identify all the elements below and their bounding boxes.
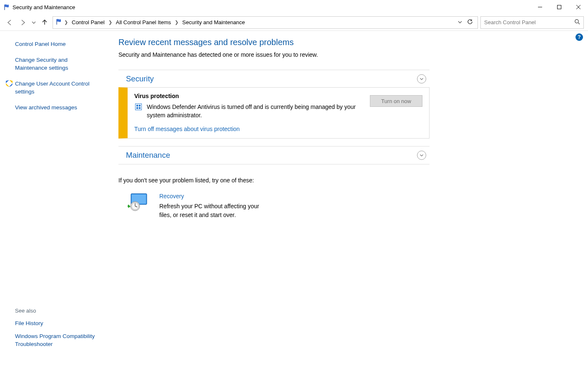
search-box[interactable] bbox=[480, 16, 584, 29]
back-button[interactable] bbox=[4, 17, 15, 28]
toolbar: ❯ Control Panel ❯ All Control Panel Item… bbox=[0, 14, 588, 31]
breadcrumb-item[interactable]: All Control Panel Items bbox=[114, 18, 173, 26]
sidebar-link-archived[interactable]: View archived messages bbox=[15, 103, 98, 112]
chevron-down-icon[interactable] bbox=[417, 74, 426, 83]
sidebar: Control Panel Home Change Security and M… bbox=[0, 31, 107, 366]
close-button[interactable] bbox=[569, 0, 588, 14]
maintenance-title: Maintenance bbox=[126, 151, 170, 160]
maximize-button[interactable] bbox=[550, 0, 569, 14]
recovery-desc: Refresh your PC without affecting your f… bbox=[159, 202, 259, 220]
section-maintenance: Maintenance bbox=[118, 146, 430, 164]
turn-on-now-button[interactable]: Turn on now bbox=[370, 95, 422, 107]
recovery-item: Recovery Refresh your PC without affecti… bbox=[127, 193, 430, 220]
flag-icon bbox=[3, 4, 10, 11]
chevron-right-icon[interactable]: ❯ bbox=[63, 20, 69, 25]
sidebar-link-uac-settings[interactable]: Change User Account Control settings bbox=[15, 80, 98, 96]
turn-off-messages-link[interactable]: Turn off messages about virus protection bbox=[134, 126, 240, 132]
chevron-right-icon[interactable]: ❯ bbox=[174, 20, 179, 25]
recovery-link[interactable]: Recovery bbox=[159, 193, 259, 199]
sidebar-link-home[interactable]: Control Panel Home bbox=[15, 40, 98, 48]
see-also-file-history[interactable]: File History bbox=[15, 320, 98, 328]
address-bar[interactable]: ❯ Control Panel ❯ All Control Panel Item… bbox=[53, 16, 478, 29]
see-also: See also File History Windows Program Co… bbox=[15, 308, 98, 358]
breadcrumb-item[interactable]: Control Panel bbox=[70, 18, 106, 26]
svg-point-4 bbox=[575, 20, 578, 23]
shield-icon bbox=[134, 103, 143, 111]
see-also-compat-troubleshooter[interactable]: Windows Program Compatibility Troublesho… bbox=[15, 333, 98, 348]
chevron-right-icon[interactable]: ❯ bbox=[108, 20, 113, 25]
search-input[interactable] bbox=[484, 19, 574, 25]
chevron-down-icon[interactable] bbox=[417, 151, 426, 160]
security-title: Security bbox=[126, 74, 154, 83]
window-title: Security and Maintenance bbox=[13, 4, 75, 10]
virus-protection-alert: Virus protection Windows Defender Antivi… bbox=[118, 87, 430, 139]
page-title: Review recent messages and resolve probl… bbox=[118, 38, 430, 47]
recent-dropdown[interactable] bbox=[31, 17, 37, 28]
help-icon[interactable]: ? bbox=[575, 33, 583, 41]
svg-line-5 bbox=[578, 23, 580, 24]
try-these-text: If you don't see your problem listed, tr… bbox=[118, 177, 430, 184]
window-controls bbox=[530, 0, 588, 14]
sidebar-link-change-settings[interactable]: Change Security and Maintenance settings bbox=[15, 56, 98, 72]
recovery-icon bbox=[127, 193, 148, 212]
up-button[interactable] bbox=[39, 17, 50, 28]
minimize-button[interactable] bbox=[530, 0, 550, 14]
maintenance-header[interactable]: Maintenance bbox=[118, 146, 430, 164]
refresh-button[interactable] bbox=[466, 19, 474, 26]
breadcrumb-item[interactable]: Security and Maintenance bbox=[181, 18, 246, 26]
security-header[interactable]: Security bbox=[118, 70, 430, 88]
page-subtitle: Security and Maintenance has detected on… bbox=[118, 51, 430, 58]
title-bar: Security and Maintenance bbox=[0, 0, 588, 14]
svg-rect-1 bbox=[558, 5, 561, 9]
alert-message: Windows Defender Antivirus is turned off… bbox=[147, 103, 359, 120]
search-icon[interactable] bbox=[574, 19, 580, 26]
main-content: ? Review recent messages and resolve pro… bbox=[107, 31, 588, 366]
flag-icon bbox=[55, 18, 62, 26]
section-security: Security Virus protection bbox=[118, 70, 430, 139]
forward-button[interactable] bbox=[18, 17, 28, 28]
address-dropdown[interactable] bbox=[456, 19, 464, 25]
see-also-header: See also bbox=[15, 308, 98, 314]
